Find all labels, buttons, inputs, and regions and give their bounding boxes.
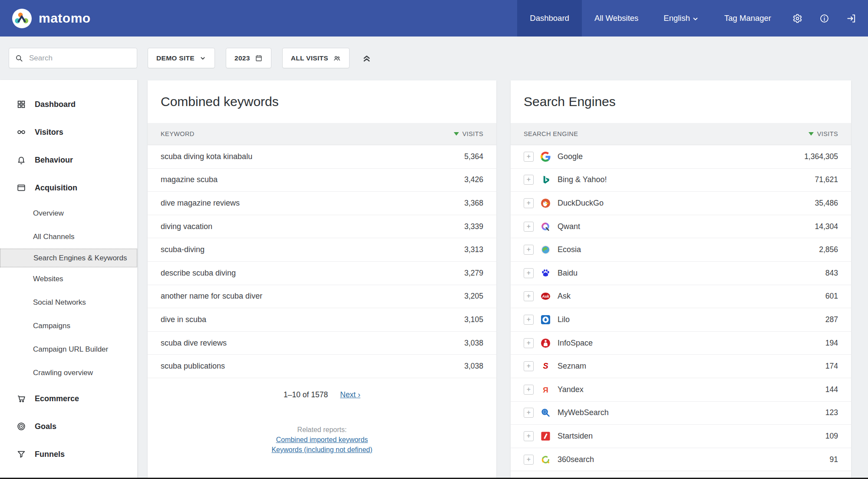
expand-row-button[interactable]: + [524, 198, 534, 208]
expand-row-button[interactable]: + [524, 338, 534, 348]
visits-cell: 35,486 [815, 199, 838, 208]
sidebar-item-campaign-url-builder[interactable]: Campaign URL Builder [0, 338, 137, 361]
sidebar-item-label: Visitors [35, 128, 63, 137]
table-row[interactable]: +360search91 [511, 448, 851, 472]
sidebar-item-label: Overview [33, 209, 64, 218]
sidebar-item-label: Search Engines & Keywords [33, 253, 127, 263]
sidebar-item-dashboard[interactable]: Dashboard [0, 90, 137, 118]
topnav-item-dashboard[interactable]: Dashboard [517, 0, 582, 37]
search-input[interactable] [28, 53, 131, 63]
table-row[interactable]: +AskAsk601 [511, 285, 851, 309]
table-row[interactable]: magazine scuba3,426 [148, 169, 496, 192]
matomo-logo[interactable]: matomo [0, 8, 91, 29]
topnav-item-all-websites[interactable]: All Websites [582, 0, 651, 37]
sidebar-item-search-engines-keywords[interactable]: Search Engines & Keywords [0, 249, 137, 267]
topnav-item-label: Dashboard [530, 13, 569, 23]
sidebar-item-crawling-overview[interactable]: Crawling overview [0, 361, 137, 385]
sidebar-item-ecommerce[interactable]: Ecommerce [0, 385, 137, 412]
expand-row-button[interactable]: + [524, 152, 534, 162]
visits-column-label: VISITS [817, 130, 838, 137]
search-engine-name: Ask [558, 292, 571, 301]
table-row[interactable]: describe scuba diving3,279 [148, 262, 496, 285]
expand-row-button[interactable]: + [524, 291, 534, 301]
signout-button[interactable] [846, 13, 856, 23]
visits-cell: 174 [825, 362, 838, 371]
sidebar-item-goals[interactable]: Goals [0, 412, 137, 440]
search-engines-header: Search Engines [511, 80, 851, 123]
calendar-icon [255, 54, 263, 62]
table-row[interactable]: +InfoSpace194 [511, 332, 851, 355]
period-selector-button[interactable]: 2023 [226, 48, 271, 68]
search-engine-name: 360search [558, 455, 594, 464]
site-selector-button[interactable]: DEMO SITE [148, 48, 215, 68]
expand-row-button[interactable]: + [524, 245, 534, 255]
expand-row-button[interactable]: + [524, 222, 534, 232]
sidebar-item-behaviour[interactable]: Behaviour [0, 146, 137, 174]
table-row[interactable]: scuba publications3,038 [148, 355, 496, 378]
binoculars-icon [17, 127, 26, 137]
sidebar-item-label: All Channels [33, 233, 74, 241]
search-box[interactable] [9, 48, 137, 68]
related-report-link-keywords-including-not-defined[interactable]: Keywords (including not defined) [148, 445, 496, 455]
sidebar-item-label: Funnels [35, 450, 65, 459]
table-row[interactable]: scuba-diving3,313 [148, 238, 496, 262]
seznam-favicon: S [541, 361, 551, 371]
search-engine-cell: +DuckDuckGo [524, 198, 604, 208]
sidebar-item-websites[interactable]: Websites [0, 267, 137, 291]
table-row[interactable]: dive magazine reviews3,368 [148, 192, 496, 215]
brand-name: matomo [39, 11, 91, 26]
table-row[interactable]: dive in scuba3,105 [148, 308, 496, 332]
sidebar-item-acquisition[interactable]: Acquisition [0, 174, 137, 202]
bell-icon [17, 155, 26, 165]
expand-row-button[interactable]: + [524, 408, 534, 418]
table-row[interactable]: +Bing & Yahoo!71,621 [511, 169, 851, 192]
expand-row-button[interactable]: + [524, 175, 534, 185]
table-row[interactable]: +Google1,364,305 [511, 145, 851, 169]
table-row[interactable]: +DuckDuckGo35,486 [511, 192, 851, 215]
topnav-item-tag-manager[interactable]: Tag Manager [712, 0, 784, 37]
segment-selector-button[interactable]: ALL VISITS [282, 48, 350, 68]
table-row[interactable]: diving vacation3,339 [148, 215, 496, 239]
help-button[interactable] [819, 13, 829, 23]
sidebar-item-social-networks[interactable]: Social Networks [0, 291, 137, 314]
visits-column-header[interactable]: VISITS [809, 130, 838, 137]
table-row[interactable]: +Lilo287 [511, 308, 851, 332]
visits-cell: 109 [825, 432, 838, 441]
pagination-next-link[interactable]: Next › [340, 390, 360, 399]
help-icon [819, 13, 829, 23]
sidebar-item-campaigns[interactable]: Campaigns [0, 314, 137, 338]
table-row[interactable]: +MyWebSearch123 [511, 402, 851, 425]
sidebar-item-label: Crawling overview [33, 369, 93, 377]
sidebar-item-label: Goals [35, 422, 56, 431]
table-row[interactable]: +ЯYandex144 [511, 378, 851, 402]
expand-row-button[interactable]: + [524, 315, 534, 325]
expand-row-button[interactable]: + [524, 361, 534, 371]
sidebar-item-overview[interactable]: Overview [0, 202, 137, 225]
search-engine-column-header[interactable]: SEARCH ENGINE [524, 130, 578, 137]
expand-row-button[interactable]: + [524, 455, 534, 465]
table-row[interactable]: +Ecosia2,856 [511, 238, 851, 262]
table-row[interactable]: scuba diving kota kinabalu5,364 [148, 145, 496, 169]
filter-bar: DEMO SITE 2023 ALL VISITS [9, 48, 868, 68]
related-reports-heading: Related reports: [148, 425, 496, 435]
table-row[interactable]: another name for scuba diver3,205 [148, 285, 496, 309]
search-engine-cell: +Bing & Yahoo! [524, 175, 607, 185]
expand-row-button[interactable]: + [524, 385, 534, 395]
keyword-column-header[interactable]: KEYWORD [161, 130, 195, 137]
related-report-link-combined-imported-keywords[interactable]: Combined imported keywords [148, 435, 496, 445]
table-row[interactable]: +Qwant14,304 [511, 215, 851, 239]
expand-row-button[interactable]: + [524, 431, 534, 441]
sidebar-item-visitors[interactable]: Visitors [0, 118, 137, 146]
table-row[interactable]: +Startsiden109 [511, 425, 851, 448]
settings-button[interactable] [792, 13, 802, 23]
table-row[interactable]: scuba dive reviews3,038 [148, 332, 496, 355]
table-row[interactable]: +SSeznam174 [511, 355, 851, 378]
sidebar-item-all-channels[interactable]: All Channels [0, 225, 137, 249]
expand-row-button[interactable]: + [524, 268, 534, 278]
collapse-filters-button[interactable] [361, 53, 372, 63]
sidebar-item-funnels[interactable]: Funnels [0, 440, 137, 468]
table-row[interactable]: +Baidu843 [511, 262, 851, 285]
visits-column-header[interactable]: VISITS [454, 130, 483, 137]
svg-text:S: S [543, 362, 548, 370]
topnav-item-english[interactable]: English [651, 0, 712, 37]
